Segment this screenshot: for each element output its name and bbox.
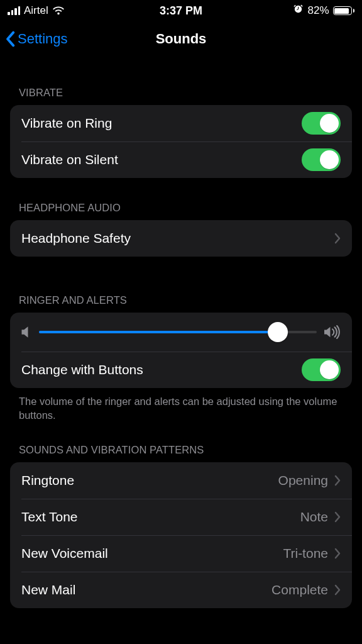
row-detail: Complete <box>272 582 334 597</box>
carrier-label: Airtel <box>24 4 48 17</box>
row-new-mail[interactable]: New Mail Complete <box>10 572 352 608</box>
back-label: Settings <box>18 31 68 47</box>
row-label: New Voicemail <box>21 546 283 561</box>
row-label: Ringtone <box>21 473 278 488</box>
row-vibrate-on-silent[interactable]: Vibrate on Silent <box>10 142 352 178</box>
section-footer-ringer: The volume of the ringer and alerts can … <box>0 388 362 423</box>
toggle-vibrate-on-ring[interactable] <box>302 112 341 135</box>
section-patterns: Ringtone Opening Text Tone Note New Voic… <box>10 462 352 608</box>
row-detail: Tri-tone <box>283 546 334 561</box>
row-label: Text Tone <box>21 509 300 525</box>
row-volume-slider[interactable] <box>10 313 352 352</box>
battery-icon <box>333 6 355 15</box>
row-label: Vibrate on Silent <box>21 152 302 167</box>
chevron-right-icon <box>334 511 341 523</box>
row-text-tone[interactable]: Text Tone Note <box>10 499 352 535</box>
cellular-signal-icon <box>8 6 20 15</box>
status-time: 3:37 PM <box>160 4 202 18</box>
status-left: Airtel <box>8 4 160 17</box>
slider-thumb[interactable] <box>268 322 288 342</box>
status-right: 82% <box>202 4 354 18</box>
chevron-left-icon <box>5 31 15 47</box>
chevron-right-icon <box>334 475 341 486</box>
chevron-right-icon <box>334 233 341 244</box>
section-header-ringer: RINGER AND ALERTS <box>0 257 362 313</box>
section-vibrate: Vibrate on Ring Vibrate on Silent <box>10 105 352 178</box>
row-label: Change with Buttons <box>21 362 302 377</box>
row-ringtone[interactable]: Ringtone Opening <box>10 462 352 499</box>
status-bar: Airtel 3:37 PM 82% <box>0 0 362 21</box>
volume-high-icon <box>324 325 341 339</box>
back-button[interactable]: Settings <box>0 31 68 47</box>
section-ringer: Change with Buttons <box>10 313 352 388</box>
row-label: Headphone Safety <box>21 231 334 246</box>
content: VIBRATE Vibrate on Ring Vibrate on Silen… <box>0 57 362 608</box>
nav-bar: Settings Sounds <box>0 21 362 57</box>
row-new-voicemail[interactable]: New Voicemail Tri-tone <box>10 535 352 572</box>
row-label: Vibrate on Ring <box>21 116 302 131</box>
battery-percent: 82% <box>307 4 329 17</box>
toggle-vibrate-on-silent[interactable] <box>302 148 341 171</box>
row-headphone-safety[interactable]: Headphone Safety <box>10 220 352 257</box>
wifi-icon <box>52 6 65 16</box>
chevron-right-icon <box>334 548 341 559</box>
section-headphone: Headphone Safety <box>10 220 352 257</box>
chevron-right-icon <box>334 584 341 596</box>
row-vibrate-on-ring[interactable]: Vibrate on Ring <box>10 105 352 142</box>
section-header-vibrate: VIBRATE <box>0 57 362 105</box>
volume-low-icon <box>21 326 31 338</box>
row-detail: Opening <box>278 473 334 488</box>
volume-slider[interactable] <box>39 323 317 341</box>
row-change-with-buttons[interactable]: Change with Buttons <box>10 352 352 388</box>
row-label: New Mail <box>21 582 272 597</box>
alarm-icon <box>293 4 304 18</box>
row-detail: Note <box>300 509 334 525</box>
section-header-patterns: SOUNDS AND VIBRATION PATTERNS <box>0 423 362 462</box>
toggle-change-with-buttons[interactable] <box>302 358 341 381</box>
section-header-headphone: HEADPHONE AUDIO <box>0 178 362 220</box>
